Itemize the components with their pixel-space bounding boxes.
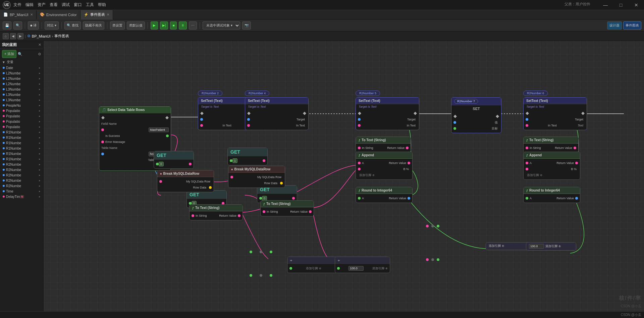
var-item-18[interactable]: R2Numbe ▸ [0, 162, 43, 167]
nav-back[interactable]: ◀ [10, 33, 16, 39]
menu-edit[interactable]: 编辑 [25, 2, 34, 8]
round1-ret-pin[interactable] [408, 197, 410, 200]
settext4-intext-pin[interactable] [526, 124, 528, 127]
break1-rowdata-pin[interactable] [209, 186, 212, 189]
dot-pin-6[interactable] [437, 258, 439, 261]
var-item-13[interactable]: R1Numbe ▸ [0, 135, 43, 140]
var-item-5[interactable]: L3Numbe ▸ [0, 92, 43, 97]
dot-pin-4[interactable] [426, 258, 429, 261]
get2-out-pin[interactable] [263, 159, 265, 162]
compile-button[interactable]: ■ 译 [28, 21, 39, 30]
var-item-9[interactable]: Populatio ▸ [0, 113, 43, 119]
nav-forward[interactable]: ▶ [17, 33, 23, 39]
totext2-in-pin[interactable] [263, 210, 265, 213]
exec-in-pin[interactable] [101, 116, 105, 119]
var-item-0[interactable]: Date ▸ [0, 65, 43, 70]
close-button[interactable]: ✕ [629, 0, 644, 10]
r2n7-value-pin[interactable] [453, 121, 456, 124]
camera-button[interactable]: 📷 [242, 21, 251, 30]
append2-add-pin-label[interactable]: 添加引脚 ⊕ [526, 173, 544, 177]
field-name-input[interactable] [149, 127, 169, 132]
append1-a-pin[interactable] [358, 162, 361, 164]
settext3-target-pin[interactable] [358, 118, 361, 121]
settext1-target-pin[interactable] [200, 118, 203, 121]
get1-in-pin[interactable] [156, 163, 159, 165]
minimize-button[interactable]: — [598, 0, 613, 10]
table-name-pin[interactable] [101, 153, 104, 155]
var-item-12[interactable]: R1Numbe ▸ [0, 129, 43, 135]
settext2-target-pin[interactable] [247, 118, 250, 121]
tab-blueprint[interactable]: 📄 BP_MianUI ✕ [0, 10, 37, 19]
blueprint-canvas[interactable]: 🎵 Select Data Table Rows Feild Name Is [44, 41, 644, 311]
var-item-15[interactable]: R1Numbe ▸ [0, 146, 43, 151]
settext1-exec-in[interactable] [200, 112, 204, 115]
find-button[interactable]: 🔍 查找 [64, 21, 81, 30]
var-item-7[interactable]: PeopleNu ▸ [0, 103, 43, 108]
append1-ret-pin[interactable] [408, 162, 410, 164]
var-item-8[interactable]: Populatio ▸ [0, 108, 43, 113]
class-defaults-button[interactable]: 类默认值 [127, 21, 145, 30]
var-item-1[interactable]: L2Numbe ▸ [0, 70, 43, 76]
r2n7-exec-in[interactable] [453, 115, 457, 118]
append2-ret-pin[interactable] [575, 162, 578, 164]
settext4-target-pin[interactable] [526, 118, 528, 121]
menu-window[interactable]: 窗口 [74, 2, 82, 8]
bdot-6[interactable] [270, 274, 272, 277]
settext1-intext-pin[interactable] [200, 124, 203, 127]
div2-pin-in[interactable] [337, 267, 340, 270]
totext3-in-pin[interactable] [358, 147, 361, 149]
field-name-pin[interactable] [101, 128, 104, 131]
bdot-5[interactable] [260, 274, 262, 277]
more-button[interactable]: ⋯ [189, 21, 197, 30]
var-item-14[interactable]: R1Numbe ▸ [0, 140, 43, 146]
menu-debug[interactable]: 调试 [62, 2, 70, 8]
var-item-16[interactable]: R1Numbe ▸ [0, 151, 43, 156]
save-button[interactable]: 💾 [3, 21, 11, 30]
tab-event-close[interactable]: ✕ [107, 13, 109, 16]
var-item-17[interactable]: R1Numbe ▸ [0, 156, 43, 162]
stop-button[interactable]: ■ [170, 21, 177, 30]
append2-a-pin[interactable] [526, 162, 528, 164]
menu-view[interactable]: 查看 [50, 2, 58, 8]
totext3-out-pin[interactable] [406, 147, 409, 149]
round2-ret-pin[interactable] [575, 197, 578, 200]
totext1-in-pin[interactable] [192, 214, 194, 217]
settext3-exec-out[interactable] [414, 112, 417, 115]
hide-unrelated-button[interactable]: 隐藏不相关 [83, 21, 104, 30]
find-in-blueprint-button[interactable]: 🔍 [13, 21, 22, 30]
variables-section-header[interactable]: ▼ 变量 [0, 59, 43, 65]
class-settings-button[interactable]: 类设置 [110, 21, 125, 30]
play-button[interactable]: ▶ [151, 21, 158, 30]
settext2-exec-in[interactable] [247, 112, 251, 115]
totext2-out-pin[interactable] [309, 210, 312, 213]
dot-pin-5[interactable] [431, 258, 434, 261]
settext4-exec-in[interactable] [526, 112, 529, 115]
tab-env-color[interactable]: 🎨 Environment Color [37, 10, 80, 19]
pause-button[interactable]: ⏸ [179, 21, 187, 30]
dot-pin-1[interactable] [426, 225, 429, 227]
settext2-exec-out[interactable] [303, 112, 306, 115]
bdot-1[interactable] [250, 251, 252, 253]
div1-pin-in[interactable] [289, 267, 292, 270]
r2n7-target-pin[interactable] [453, 127, 456, 130]
tab-event-graph[interactable]: ⚡ 事件图表 ✕ [80, 10, 113, 19]
var-item-11[interactable]: Populatio ▸ [0, 124, 43, 129]
break1-sql-pin[interactable] [159, 180, 162, 183]
var-item-20[interactable]: R2Numbe ▸ [0, 172, 43, 178]
settext3-exec-in[interactable] [358, 112, 361, 115]
break2-rowdata-pin[interactable] [280, 182, 283, 184]
var-item-3[interactable]: L2Numbe ▸ [0, 81, 43, 87]
totext4-out-pin[interactable] [574, 147, 576, 149]
append2-b-pin[interactable] [526, 168, 528, 170]
var-item-22[interactable]: R2Numbe ▸ [0, 183, 43, 189]
get3-out-pin[interactable] [292, 197, 295, 200]
breadcrumb-bp-name[interactable]: BP_MianUI [32, 34, 51, 38]
menu-asset[interactable]: 资产 [38, 2, 46, 8]
tab-blueprint-close[interactable]: ✕ [30, 13, 33, 16]
dot-pin-3[interactable] [437, 225, 439, 227]
append1-add-pin-label[interactable]: 添加引脚 ⊕ [358, 173, 376, 177]
add-variable-button[interactable]: + 添加 [2, 50, 16, 58]
var-item-21[interactable]: R2Numbe ▸ [0, 178, 43, 183]
close-sidebar-icon[interactable]: ✕ [38, 43, 41, 47]
error-msg-pin-in[interactable] [101, 141, 104, 143]
